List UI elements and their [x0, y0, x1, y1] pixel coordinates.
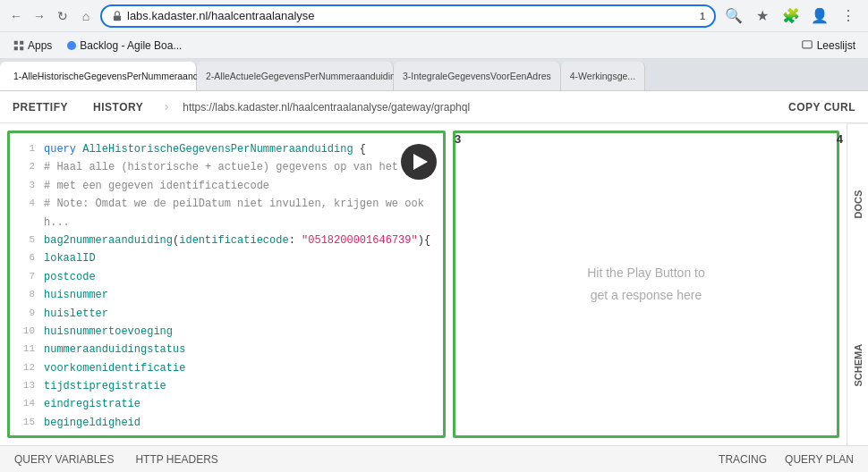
history-button[interactable]: HISTORY	[81, 91, 156, 123]
tab-label-0: 1-AlleHistorischeGegevensPerNummeraandui…	[13, 71, 224, 81]
docs-button[interactable]: DOCS	[847, 123, 868, 285]
code-line-4: 4 # Note: Omdat we de peilDatum niet inv…	[10, 195, 446, 232]
home-button[interactable]: ⌂	[77, 7, 95, 25]
prettify-button[interactable]: PRETTIFY	[0, 91, 81, 123]
toolbar-icons: 🔍 ★ 🧩 👤 ⋮	[721, 4, 861, 29]
response-placeholder: Hit the Play Button to get a response he…	[587, 262, 705, 307]
back-button[interactable]: ←	[7, 7, 25, 25]
code-line-3: 3 # met een gegeven identificatiecode	[10, 177, 446, 195]
extensions-icon[interactable]: 🧩	[779, 4, 804, 29]
url-text: labs.kadaster.nl/haalcentraalanalyse	[127, 9, 691, 22]
code-line-2: 2 # Haal alle (historische + actuele) ge…	[10, 158, 446, 176]
leeslijst-label: Leeslijst	[817, 39, 855, 52]
code-line-6: 6 lokaalID	[10, 249, 446, 267]
svg-rect-1	[14, 40, 18, 44]
tab-label-1: 2-AlleActueleGegevensPerNummeraanduiding	[206, 71, 401, 81]
profile-icon[interactable]: 👤	[807, 4, 832, 29]
code-line-14: 14 eindregistratie	[10, 395, 446, 413]
search-icon[interactable]: 🔍	[721, 4, 746, 29]
tab-0[interactable]: 1-AlleHistorischeGegevensPerNummeraandui…	[0, 62, 197, 90]
bookmark-star-icon[interactable]: ★	[750, 4, 775, 29]
graphql-toolbar: PRETTIFY HISTORY https://labs.kadaster.n…	[0, 91, 868, 123]
backlog-label: Backlog - Agile Boa...	[80, 39, 182, 52]
code-content: 1 query AlleHistorischeGegevensPerNummer…	[10, 133, 446, 438]
svg-rect-0	[114, 15, 121, 21]
reload-button[interactable]: ↻	[54, 7, 72, 25]
bookmarks-bar: Apps Backlog - Agile Boa... Leeslijst	[0, 32, 868, 59]
code-line-1: 1 query AlleHistorischeGegevensPerNummer…	[10, 140, 446, 158]
placeholder-line-2: get a response here	[591, 288, 702, 302]
graphql-url: https://labs.kadaster.nl/haalcentraalana…	[175, 101, 770, 114]
schema-button[interactable]: SCHEMA	[847, 285, 868, 446]
svg-point-5	[67, 41, 76, 50]
right-labels: DOCS SCHEMA	[847, 123, 868, 445]
code-line-5: 5 bag2nummeraanduiding(identificatiecode…	[10, 232, 446, 249]
browser-toolbar: ← → ↻ ⌂ labs.kadaster.nl/haalcentraalana…	[0, 0, 868, 32]
code-line-7: 7 postcode	[10, 268, 446, 286]
copy-curl-button[interactable]: COPY CURL	[776, 91, 868, 123]
response-panel: Hit the Play Button to get a response he…	[453, 131, 839, 438]
badge-3: 3	[455, 132, 461, 146]
response-and-labels: Hit the Play Button to get a response he…	[446, 123, 868, 445]
right-section: 3 4 Hit the Play Button to get a respons…	[446, 123, 868, 445]
apps-label: Apps	[28, 39, 52, 52]
tab-label-2: 3-IntegraleGegevensVoorEenAdres	[403, 71, 551, 81]
code-line-15: 15 begingeldigheid	[10, 414, 446, 432]
query-variables-button[interactable]: QUERY VARIABLES	[11, 451, 117, 468]
tabs-row: 1-AlleHistorischeGegevensPerNummeraandui…	[0, 59, 868, 91]
tab-label-3: 4-Werkingsge...	[570, 71, 635, 81]
backlog-bookmark[interactable]: Backlog - Agile Boa...	[61, 38, 187, 54]
svg-rect-2	[20, 40, 23, 44]
tab-3[interactable]: 4-Werkingsge...	[561, 62, 645, 90]
code-line-11: 11 nummeraanduidingstatus	[10, 341, 446, 358]
code-line-16: 16 eindgeldigheid	[10, 432, 446, 438]
code-line-8: 8 huisnummer	[10, 286, 446, 304]
svg-rect-6	[802, 40, 812, 47]
code-line-12: 12 voorkomenidentificatie	[10, 359, 446, 377]
lock-icon	[111, 10, 123, 22]
chevron-right-icon	[161, 102, 172, 113]
leeslijst-icon	[801, 39, 813, 52]
badge-1: 1	[700, 11, 705, 21]
code-line-10: 10 huisnummertoevoeging	[10, 323, 446, 341]
http-headers-button[interactable]: HTTP HEADERS	[132, 451, 221, 468]
menu-icon[interactable]: ⋮	[836, 4, 861, 29]
query-plan-button[interactable]: QUERY PLAN	[781, 451, 857, 468]
tracing-button[interactable]: TRACING	[715, 451, 770, 468]
address-bar[interactable]: labs.kadaster.nl/haalcentraalanalyse 1	[100, 4, 716, 28]
placeholder-line-1: Hit the Play Button to	[587, 266, 705, 280]
code-editor-wrapper: 2 1 query AlleHistorischeGegevensPerNumm…	[7, 131, 446, 438]
tab-1[interactable]: 2-AlleActueleGegevensPerNummeraanduiding	[197, 62, 394, 90]
bottom-right-buttons: TRACING QUERY PLAN	[715, 451, 857, 468]
forward-button[interactable]: →	[30, 7, 48, 25]
badge-4: 4	[837, 132, 843, 146]
code-line-13: 13 tijdstipregistratie	[10, 377, 446, 395]
apps-button[interactable]: Apps	[7, 38, 57, 54]
play-triangle-icon	[413, 154, 428, 170]
grid-icon	[13, 39, 25, 52]
play-button[interactable]	[401, 144, 437, 180]
leeslijst-button[interactable]: Leeslijst	[796, 38, 861, 54]
main-content: 2 1 query AlleHistorischeGegevensPerNumm…	[0, 123, 868, 445]
svg-rect-3	[14, 46, 18, 50]
bottom-bar: QUERY VARIABLES HTTP HEADERS TRACING QUE…	[0, 445, 868, 472]
tab-2[interactable]: 3-IntegraleGegevensVoorEenAdres	[394, 62, 561, 90]
code-line-9: 9 huisletter	[10, 305, 446, 323]
svg-rect-4	[20, 46, 23, 50]
backlog-icon	[66, 40, 77, 51]
code-editor[interactable]: 1 query AlleHistorischeGegevensPerNummer…	[10, 133, 446, 438]
